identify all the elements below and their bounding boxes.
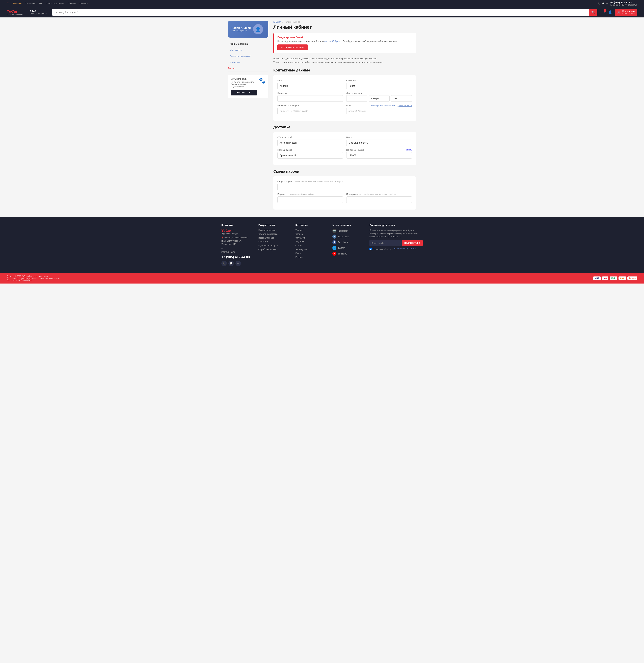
city-select[interactable]: Москва и область [346,140,412,146]
sidebar-item-logout[interactable]: Выход [228,65,268,71]
intro-text: Выберите адрес доставки, укажите личные … [273,57,416,64]
blog-link[interactable]: Блог [39,2,43,5]
phone-group: Мобильный телефон [277,104,343,114]
footer-email-link[interactable]: info@yucar.ru [221,250,252,254]
alert-email-link[interactable]: andrew92@ya.ru [324,40,341,42]
social-twitter[interactable]: 🐦 Twitter [332,246,363,250]
wishlist-button[interactable]: ♡ 4 [602,10,605,14]
contacts-link[interactable]: Контакты [79,2,88,5]
region-select[interactable]: Алтайский край [277,140,343,146]
subscribe-input[interactable] [369,240,402,246]
social-facebook[interactable]: f Facebook [332,240,363,244]
subscribe-button[interactable]: ПОДПИСАТЬСЯ [402,240,423,246]
cart-button[interactable]: 🛒 Моя корзина 5 тов. - 8 760р [615,9,637,16]
phone-input[interactable] [277,108,343,114]
bonus-label: Бонусная программа [230,55,251,58]
wishlist-badge: 4 [604,9,606,12]
social-vk[interactable]: В ВКонтакте [332,234,363,238]
dob-year-select[interactable]: 192019902000 [391,95,412,102]
write-button[interactable]: НАПИСАТЬ [231,90,257,95]
alert-title: Подтвердите E-mail [277,36,413,39]
footer-how-to-order[interactable]: Как сделать заказ [258,229,289,231]
footer-cat-parts[interactable]: Запчасти [296,236,326,239]
logo[interactable]: YuCar Территория свободы [7,9,23,15]
subscribe-agree-link[interactable]: персональных данных [394,247,416,250]
logo-sub: Территория свободы [7,13,23,15]
warranty-link[interactable]: Гарантии [68,2,76,5]
confirm-password-input[interactable] [346,197,412,203]
email-input[interactable] [346,108,412,114]
footer-cat-misc[interactable]: Разное [296,256,326,258]
sidebar: Попов Андрей andrew92@ya.ru 👤 › Личные д… [228,21,268,213]
footer-phone-icon[interactable]: 📞 [221,261,227,266]
footer-phone[interactable]: +7 (905) 412 44 83 [221,255,252,259]
social-youtube[interactable]: ▶ YouTube [332,252,363,256]
subscribe-checkbox[interactable] [369,248,372,250]
search-button[interactable]: 🔍 [589,9,597,16]
footer-warranty[interactable]: Гарантии [258,241,289,243]
footer-whatsapp-icon[interactable]: 💬 [228,261,234,266]
cart-details: 5 тов. - 8 760р [622,13,635,15]
resend-button[interactable]: ✉ Отправить повторно [277,44,308,50]
top-phone[interactable]: +7 (905) 412 44 83 [611,1,632,4]
old-password-input[interactable] [277,184,412,190]
patronymic-input[interactable] [277,95,343,102]
first-name-input[interactable] [277,83,343,89]
delivery-section-title: Доставка [273,125,416,129]
footer: Контакты YuCar Территория свободы 📍 Росс… [0,217,644,273]
account-button[interactable]: 👤 [608,10,612,14]
favorites-label: Избранное [230,61,241,63]
footer-data-processing[interactable]: Обработка данных [258,248,289,251]
twitter-icon: 🐦 [332,246,337,250]
footer-subscribe-title: Подписка для своих [369,224,423,227]
postal-hint: узнать [406,148,412,151]
address-input[interactable] [277,152,343,159]
sidebar-item-favorites[interactable]: Избранное [228,59,268,65]
new-password-group: Пароль От 8 символов, буквы и цифры [277,193,343,203]
phone-icon[interactable]: 📞 [598,2,600,5]
telegram-icon[interactable]: ✈ [606,2,608,5]
postal-hint-link[interactable]: узнать [406,148,412,151]
support-title: Есть вопросы? [231,77,257,80]
footer-telegram-icon[interactable]: ✈ [235,261,241,266]
footer-payment-delivery[interactable]: Оплата и доставка [258,233,289,235]
sidebar-item-orders[interactable]: Мои заказы [228,47,268,53]
footer-subscribe-desc: Подпишись на космическую рассылку от Дар… [369,229,423,238]
payment-link[interactable]: Оплата и доставка [47,2,64,5]
search-input[interactable] [52,9,589,16]
about-link[interactable]: О магазине [25,2,36,5]
footer-categories-col: Категории Тюнинг Оптика Запчасти Акустик… [296,224,326,266]
last-name-input[interactable] [346,83,412,89]
sidebar-item-personal[interactable]: › Личные данные [228,41,268,47]
phone-block: +7 (905) 412 44 83 Ежедневно с 10:00 - 2… [611,1,637,6]
dob-month-select[interactable]: ЯнварьФевральМарт [369,95,390,102]
footer-public-offer[interactable]: Публичная оферта [258,244,289,247]
visa-icon: VISA [593,276,601,280]
footer-logo[interactable]: YuCar Территория свободы [221,229,252,234]
new-password-input[interactable] [277,197,343,203]
payment-icons: VISA MC МИР QIWI Яндекс [593,276,637,280]
footer-cat-body[interactable]: Кузов [296,252,326,254]
dob-day-select[interactable]: 12345 [346,95,367,102]
support-mascot-icon: 🐾 [259,77,266,84]
region-group: Область / край Алтайский край [277,136,343,146]
youtube-icon: ▶ [332,252,337,256]
whatsapp-icon[interactable]: 💬 [602,2,604,5]
breadcrumb-home[interactable]: Главная [273,21,281,23]
mastercard-icon: MC [602,276,608,280]
footer-cat-tuning[interactable]: Тюнинг [296,229,326,231]
dob-label: Дата рождения [346,92,412,94]
footer-returns[interactable]: Возврат товара [258,236,289,239]
footer-categories-title: Категории [296,224,326,227]
sidebar-item-bonus[interactable]: Бонусная программа [228,53,268,59]
footer-cat-salon[interactable]: Салон [296,244,326,247]
subscribe-check: Согласен на обработку персональных данны… [369,247,423,251]
email-hint-link[interactable]: напишите нам [398,104,412,107]
postal-input[interactable] [346,152,412,159]
social-instagram[interactable]: 📷 Instagram [332,229,363,233]
footer-cat-optics[interactable]: Оптика [296,233,326,235]
city-link[interactable]: Бухалово [13,2,21,5]
footer-cat-acoustics[interactable]: Акустика [296,241,326,243]
footer-cat-accessories[interactable]: Аксессуары [296,248,326,251]
first-name-group: Имя [277,79,343,89]
